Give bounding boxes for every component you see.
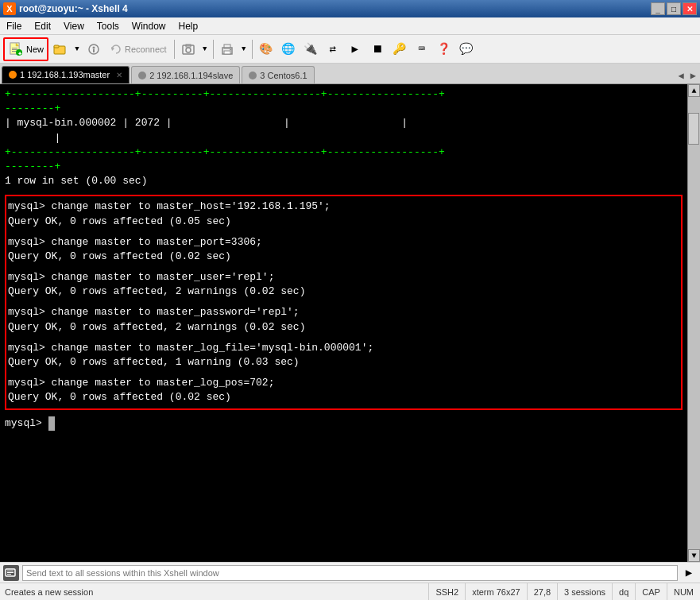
help-button[interactable]: ❓ (434, 39, 454, 60)
status-num: NUM (667, 583, 700, 601)
svg-rect-19 (224, 51, 230, 54)
new-button[interactable]: ✦ New (3, 37, 48, 61)
tab-3-indicator (249, 72, 257, 79)
menu-view[interactable]: View (57, 17, 91, 34)
svg-point-20 (230, 48, 231, 50)
toolbar: ✦ New ▼ Reconnect (0, 35, 700, 64)
term-res-3: Query OK, 0 rows affected, 2 warnings (0… (8, 285, 679, 299)
tab-1-label: 1 192.168.1.193master (20, 70, 110, 79)
term-cmd-4: mysql> change master to master_password=… (8, 305, 679, 319)
new-label: New (26, 45, 44, 54)
toolbar-sep-1 (174, 40, 175, 59)
status-cap: CAP (635, 583, 667, 601)
term-res-6: Query OK, 0 rows affected (0.02 sec) (8, 390, 679, 405)
menu-window[interactable]: Window (126, 17, 172, 34)
terminal-container: +--------------------+----------+-------… (0, 84, 700, 562)
terminal-highlighted-block: mysql> change master to master_host='192… (5, 195, 683, 409)
term-line-7: 1 row in set (0.00 sec) (5, 174, 683, 188)
send-expand-button[interactable]: ▶ (681, 565, 697, 581)
status-dq: dq (612, 583, 635, 601)
open-button[interactable] (50, 39, 71, 60)
reconnect-button[interactable]: Reconnect (106, 39, 171, 60)
open-arrow-button[interactable]: ▼ (72, 39, 82, 60)
stop-button[interactable]: ⏹ (367, 39, 388, 60)
minimize-button[interactable]: _ (651, 2, 665, 15)
reconnect-label: Reconnect (125, 45, 167, 54)
tab-1-close[interactable]: ✕ (116, 71, 122, 79)
chat-button[interactable]: 💬 (456, 39, 477, 60)
close-button[interactable]: ✕ (683, 2, 697, 15)
svg-point-11 (93, 46, 95, 48)
new-icon: ✦ (8, 41, 24, 57)
term-cmd-2: mysql> change master to master_port=3306… (8, 235, 679, 250)
svg-rect-5 (12, 51, 16, 52)
term-res-4: Query OK, 0 rows affected, 2 warnings (0… (8, 320, 679, 335)
tab-2[interactable]: 2 192.168.1.194slave (131, 66, 240, 83)
menu-file[interactable]: File (0, 17, 28, 34)
term-line-1: +--------------------+----------+-------… (5, 87, 683, 102)
scroll-up-arrow[interactable]: ▲ (688, 84, 700, 97)
title-bar: X root@zuoyu:~ - Xshell 4 _ □ ✕ (0, 0, 700, 17)
tab-3-label: 3 Centos6.1 (260, 71, 307, 80)
term-cmd-5: mysql> change master to master_log_file=… (8, 341, 679, 355)
status-ssh: SSH2 (428, 583, 465, 601)
key-button[interactable]: 🔑 (389, 39, 410, 60)
send-bar: ▶ (0, 562, 700, 583)
toolbar-sep-2 (213, 40, 214, 59)
tab-1[interactable]: 1 192.168.1.193master ✕ (2, 66, 130, 83)
term-line-4: | (5, 131, 683, 145)
scroll-down-arrow[interactable]: ▼ (688, 549, 700, 562)
svg-rect-9 (54, 45, 59, 48)
menu-help[interactable]: Help (172, 17, 205, 34)
transfer-button[interactable]: ⇄ (323, 39, 343, 60)
svg-rect-23 (7, 572, 14, 573)
term-prompt: mysql> (5, 416, 683, 431)
send-text-input[interactable] (22, 565, 678, 581)
terminal[interactable]: +--------------------+----------+-------… (0, 84, 687, 562)
keyboard-button[interactable]: ⌨ (412, 39, 432, 60)
toolbar-sep-3 (252, 40, 253, 59)
scroll-thumb[interactable] (688, 113, 699, 145)
term-cmd-3: mysql> change master to master_user='rep… (8, 270, 679, 285)
term-res-1: Query OK, 0 rows affected (0.05 sec) (8, 215, 679, 229)
tab-2-indicator (138, 72, 146, 79)
properties-button[interactable] (83, 39, 104, 60)
print-arrow[interactable]: ▼ (239, 39, 249, 60)
term-res-5: Query OK, 0 rows affected, 1 warning (0.… (8, 355, 679, 370)
menu-bar: File Edit View Tools Window Help (0, 17, 700, 35)
svg-rect-12 (93, 49, 95, 52)
tab-2-label: 2 192.168.1.194slave (149, 71, 233, 80)
tab-1-indicator (9, 71, 17, 79)
term-line-3: | mysql-bin.000002 | 2072 | | | (5, 116, 683, 130)
plugin-button[interactable]: 🔌 (300, 39, 321, 60)
term-line-2: --------+ (5, 102, 683, 116)
maximize-button[interactable]: □ (667, 2, 681, 15)
print-button[interactable] (217, 39, 238, 60)
status-message: Creates a new session (0, 587, 428, 597)
scroll-track (688, 97, 700, 549)
title-bar-left: X root@zuoyu:~ - Xshell 4 (3, 2, 128, 15)
term-res-2: Query OK, 0 rows affected (0.02 sec) (8, 250, 679, 264)
status-cursor: 27,8 (527, 583, 557, 601)
svg-rect-24 (7, 574, 11, 575)
status-bar: Creates a new session SSH2 xterm 76x27 2… (0, 583, 700, 600)
title-text: root@zuoyu:~ - Xshell 4 (19, 3, 128, 14)
play-button[interactable]: ▶ (345, 39, 365, 60)
color-button[interactable]: 🎨 (256, 39, 277, 60)
svg-rect-3 (12, 48, 17, 48)
scrollbar: ▲ ▼ (687, 84, 700, 562)
tab-prev-arrow[interactable]: ◀ (676, 70, 686, 82)
svg-point-15 (186, 48, 191, 52)
screenshot-arrow[interactable]: ▼ (200, 39, 210, 60)
send-bar-icon (3, 565, 19, 581)
tab-3[interactable]: 3 Centos6.1 (242, 66, 314, 83)
status-term: xterm 76x27 (465, 583, 527, 601)
globe-button[interactable]: 🌐 (278, 39, 299, 60)
tab-next-arrow[interactable]: ▶ (688, 70, 698, 82)
status-sessions: 3 sessions (557, 583, 612, 601)
tab-arrows: ◀ ▶ (676, 70, 698, 83)
menu-edit[interactable]: Edit (28, 17, 57, 34)
term-line-6: --------+ (5, 160, 683, 174)
menu-tools[interactable]: Tools (91, 17, 126, 34)
screenshot-button[interactable] (178, 39, 199, 60)
